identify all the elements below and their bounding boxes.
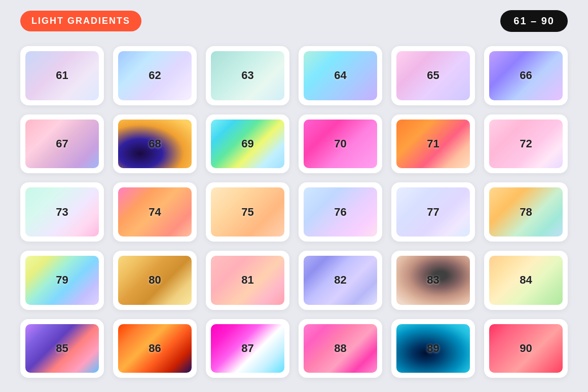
gradient-card-75[interactable]: 75 <box>206 182 289 242</box>
gradient-label-90: 90 <box>520 342 532 355</box>
gradient-label-84: 84 <box>520 273 532 287</box>
title-badge: LIGHT GRADIENTS <box>20 11 141 31</box>
gradient-label-73: 73 <box>56 206 68 219</box>
gradient-box-80: 80 <box>118 256 192 305</box>
gradient-label-75: 75 <box>241 206 253 219</box>
gradient-card-61[interactable]: 61 <box>20 46 104 105</box>
gradient-box-73: 73 <box>25 187 99 237</box>
gradient-card-65[interactable]: 65 <box>391 46 475 105</box>
gradient-label-78: 78 <box>520 206 532 219</box>
gradient-card-71[interactable]: 71 <box>391 114 475 174</box>
gradient-card-81[interactable]: 81 <box>206 251 289 310</box>
gradient-label-85: 85 <box>56 342 68 355</box>
gradient-card-88[interactable]: 88 <box>299 319 382 378</box>
gradient-box-70: 70 <box>304 120 377 169</box>
gradient-box-84: 84 <box>489 256 563 305</box>
gradient-box-78: 78 <box>489 187 563 237</box>
gradient-label-65: 65 <box>427 69 439 82</box>
gradient-box-69: 69 <box>211 120 284 169</box>
gradient-label-63: 63 <box>241 69 253 82</box>
gradient-card-66[interactable]: 66 <box>484 46 568 105</box>
gradient-label-83: 83 <box>427 273 439 287</box>
gradient-box-83: 83 <box>396 256 470 305</box>
gradient-label-66: 66 <box>520 69 532 82</box>
gradient-card-78[interactable]: 78 <box>484 182 568 242</box>
gradient-grid: 6162636465666768697071727374757677787980… <box>20 46 568 378</box>
gradient-label-64: 64 <box>334 69 346 82</box>
gradient-box-61: 61 <box>25 51 99 100</box>
gradient-label-79: 79 <box>56 273 68 287</box>
gradient-label-68: 68 <box>149 137 161 150</box>
gradient-card-82[interactable]: 82 <box>299 251 382 310</box>
gradient-box-81: 81 <box>211 256 284 305</box>
gradient-box-72: 72 <box>489 120 563 169</box>
gradient-label-74: 74 <box>149 206 161 219</box>
gradient-box-62: 62 <box>118 51 192 100</box>
gradient-card-62[interactable]: 62 <box>113 46 197 105</box>
gradient-label-72: 72 <box>520 137 532 150</box>
gradient-card-76[interactable]: 76 <box>299 182 382 242</box>
gradient-card-85[interactable]: 85 <box>20 319 104 378</box>
gradient-card-72[interactable]: 72 <box>484 114 568 174</box>
gradient-box-88: 88 <box>304 324 377 373</box>
gradient-card-64[interactable]: 64 <box>299 46 382 105</box>
gradient-label-87: 87 <box>241 342 253 355</box>
gradient-label-76: 76 <box>334 206 346 219</box>
gradient-label-71: 71 <box>427 137 439 150</box>
gradient-card-89[interactable]: 89 <box>391 319 475 378</box>
gradient-card-69[interactable]: 69 <box>206 114 289 174</box>
gradient-label-89: 89 <box>427 342 439 355</box>
gradient-box-64: 64 <box>304 51 377 100</box>
gradient-box-65: 65 <box>396 51 470 100</box>
gradient-card-80[interactable]: 80 <box>113 251 197 310</box>
gradient-box-90: 90 <box>489 324 563 373</box>
gradient-box-63: 63 <box>211 51 284 100</box>
gradient-box-66: 66 <box>489 51 563 100</box>
gradient-label-82: 82 <box>334 273 346 287</box>
gradient-label-70: 70 <box>334 137 346 150</box>
gradient-label-88: 88 <box>334 342 346 355</box>
gradient-box-79: 79 <box>25 256 99 305</box>
gradient-box-87: 87 <box>211 324 284 373</box>
gradient-box-82: 82 <box>304 256 377 305</box>
gradient-card-70[interactable]: 70 <box>299 114 382 174</box>
gradient-card-74[interactable]: 74 <box>113 182 197 242</box>
gradient-label-62: 62 <box>149 69 161 82</box>
gradient-card-73[interactable]: 73 <box>20 182 104 242</box>
range-badge: 61 – 90 <box>500 10 568 32</box>
gradient-card-90[interactable]: 90 <box>484 319 568 378</box>
gradient-label-69: 69 <box>241 137 253 150</box>
gradient-box-67: 67 <box>25 120 99 169</box>
gradient-box-71: 71 <box>396 120 470 169</box>
gradient-label-67: 67 <box>56 137 68 150</box>
gradient-label-86: 86 <box>149 342 161 355</box>
gradient-box-76: 76 <box>304 187 377 237</box>
gradient-label-77: 77 <box>427 206 439 219</box>
gradient-box-74: 74 <box>118 187 192 237</box>
gradient-card-79[interactable]: 79 <box>20 251 104 310</box>
gradient-label-61: 61 <box>56 69 68 82</box>
gradient-label-81: 81 <box>241 273 253 287</box>
gradient-card-63[interactable]: 63 <box>206 46 289 105</box>
gradient-card-86[interactable]: 86 <box>113 319 197 378</box>
gradient-card-77[interactable]: 77 <box>391 182 475 242</box>
gradient-card-87[interactable]: 87 <box>206 319 289 378</box>
gradient-box-86: 86 <box>118 324 192 373</box>
gradient-box-75: 75 <box>211 187 284 237</box>
gradient-card-84[interactable]: 84 <box>484 251 568 310</box>
gradient-label-80: 80 <box>149 273 161 287</box>
gradient-box-85: 85 <box>25 324 99 373</box>
gradient-card-83[interactable]: 83 <box>391 251 475 310</box>
gradient-box-89: 89 <box>396 324 470 373</box>
gradient-box-68: 68 <box>118 120 192 169</box>
gradient-box-77: 77 <box>396 187 470 237</box>
gradient-card-68[interactable]: 68 <box>113 114 197 174</box>
page-header: LIGHT GRADIENTS 61 – 90 <box>20 10 568 32</box>
gradient-card-67[interactable]: 67 <box>20 114 104 174</box>
